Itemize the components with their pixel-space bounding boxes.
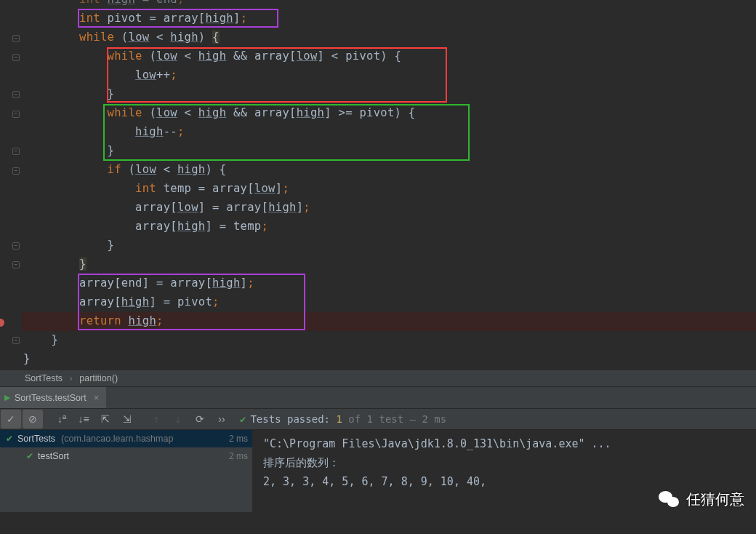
watermark-text: 任猜何意 (686, 490, 744, 509)
fold-icon[interactable]: − (12, 242, 20, 250)
wechat-icon (657, 487, 680, 511)
check-icon: ✔ (240, 413, 246, 425)
prev-failed-button[interactable]: ↑ (146, 410, 166, 429)
breakpoint-icon[interactable] (0, 319, 4, 327)
test-tree-item[interactable]: ✔ testSort 2 ms (0, 447, 252, 465)
code-line: low++; (23, 65, 756, 84)
sort-button[interactable]: ↓ª (52, 410, 72, 429)
code-line: } (23, 236, 756, 255)
code-line: array[high] = temp; (23, 217, 756, 236)
expand-all-button[interactable]: ⇱ (95, 410, 116, 429)
code-line: return high; (23, 311, 756, 330)
run-tool-tabs: ▶ SortTests.testSort × (0, 386, 756, 408)
fold-icon[interactable]: − (12, 54, 20, 61)
test-tree-root[interactable]: ✔ SortTests (com.lancao.learn.hashmap 2 … (0, 430, 252, 447)
run-tab-label: SortTests.testSort (15, 393, 87, 403)
watermark: 任猜何意 (657, 487, 744, 511)
test-runner-body: ✔ SortTests (com.lancao.learn.hashmap 2 … (0, 430, 756, 512)
code-line: int high = end; (23, 0, 756, 9)
code-line: array[low] = array[high]; (23, 198, 756, 217)
fold-icon[interactable]: − (12, 337, 20, 344)
tree-node-duration: 2 ms (229, 451, 248, 461)
test-tree[interactable]: ✔ SortTests (com.lancao.learn.hashmap 2 … (0, 430, 253, 512)
code-line: if (low < high) { (23, 160, 756, 179)
breadcrumb-separator-icon: › (70, 373, 73, 383)
collapse-all-button[interactable]: ⇲ (117, 410, 137, 429)
code-line: array[high] = pivot; (23, 292, 756, 311)
close-icon[interactable]: × (94, 392, 100, 403)
code-content[interactable]: int high = end; int pivot = array[high];… (22, 0, 756, 370)
sort-by-duration-button[interactable]: ↓≡ (73, 410, 94, 429)
code-line: } (23, 330, 756, 349)
code-line: } (23, 255, 756, 274)
run-tab[interactable]: ▶ SortTests.testSort × (0, 387, 106, 408)
fold-icon[interactable]: − (12, 148, 20, 155)
test-toolbar: ✓ ⊘ ↓ª ↓≡ ⇱ ⇲ ↑ ↓ ⟳ ›› ✔Tests passed: 1 … (0, 408, 756, 430)
code-editor[interactable]: − − − − − − − − − int high = end; int pi… (0, 0, 756, 370)
code-line: int temp = array[low]; (23, 179, 756, 198)
tree-node-label: SortTests (17, 434, 55, 444)
code-line: array[end] = array[high]; (23, 274, 756, 292)
run-icon: ▶ (4, 393, 10, 402)
code-line: high--; (23, 122, 756, 141)
tree-node-duration: 2 ms (229, 434, 248, 444)
editor-gutter: − − − − − − − − − (0, 0, 22, 370)
history-button[interactable]: ⟳ (190, 410, 210, 429)
tree-node-label: testSort (38, 451, 69, 461)
code-line: } (23, 84, 756, 103)
fold-icon[interactable]: − (12, 111, 20, 118)
breadcrumb-method[interactable]: partition() (79, 373, 118, 383)
code-line: } (23, 349, 756, 368)
fold-icon[interactable]: − (12, 35, 20, 42)
test-status-text: ✔Tests passed: 1 of 1 test – 2 ms (240, 413, 446, 425)
code-line: while (low < high && array[high] >= pivo… (23, 103, 756, 122)
next-failed-button[interactable]: ↓ (168, 410, 188, 429)
more-button[interactable]: ›› (212, 410, 232, 429)
console-line: "C:\Program Files\Java\jdk1.8.0_131\bin\… (263, 434, 746, 453)
show-passed-button[interactable]: ✓ (1, 410, 21, 429)
fold-icon[interactable]: − (12, 261, 20, 268)
show-ignored-button[interactable]: ⊘ (23, 410, 43, 429)
check-icon: ✔ (26, 451, 33, 461)
code-line: while (low < high) { (23, 28, 756, 47)
code-line: int pivot = array[high]; (23, 9, 756, 28)
check-icon: ✔ (6, 434, 13, 444)
code-line: } (23, 141, 756, 160)
console-line: 排序后的数列： (263, 453, 746, 472)
breadcrumb[interactable]: SortTests › partition() (0, 370, 756, 386)
tree-node-package: (com.lancao.learn.hashmap (61, 434, 173, 444)
code-line: while (low < high && array[low] < pivot)… (23, 47, 756, 65)
breadcrumb-class[interactable]: SortTests (25, 373, 63, 383)
fold-icon[interactable]: − (12, 167, 20, 175)
fold-icon[interactable]: − (12, 91, 20, 98)
